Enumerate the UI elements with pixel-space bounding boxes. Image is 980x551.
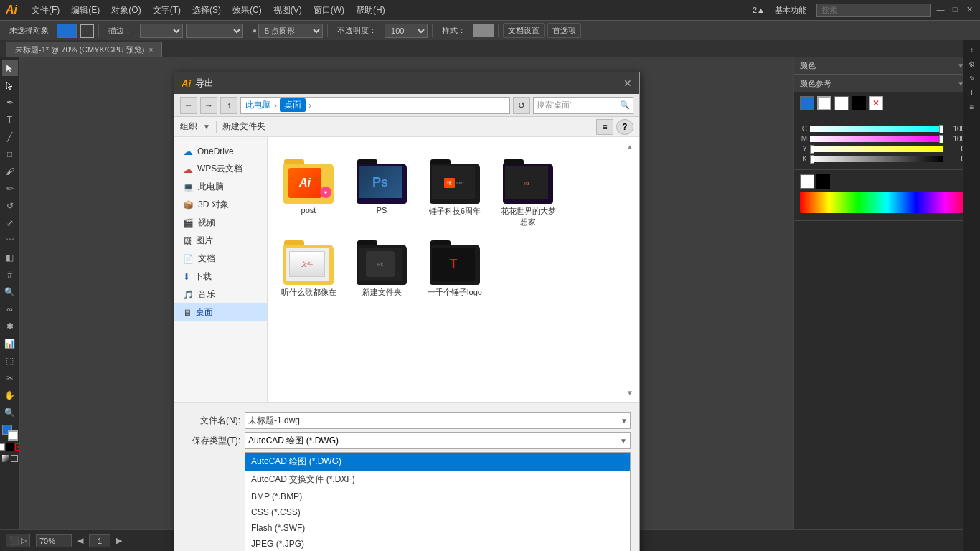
dialog-close-button[interactable]: ✕ xyxy=(623,77,632,89)
filetype-option-jpeg[interactable]: JPEG (*.JPG) xyxy=(245,536,630,551)
folder-yiqian[interactable]: T 一千个锤子logo xyxy=(423,236,487,301)
folder-new[interactable]: Ps 新建文件夹 xyxy=(349,236,414,301)
menu-view[interactable]: 视图(V) xyxy=(268,3,308,18)
search-bar[interactable]: 搜索'桌面' 🔍 xyxy=(533,97,633,114)
view-toggle-button[interactable]: ≡ xyxy=(596,119,613,135)
sidebar-item-pictures[interactable]: 🖼 图片 xyxy=(174,232,267,250)
sidebar-item-music[interactable]: 🎵 音乐 xyxy=(174,286,267,303)
filetype-option-bmp[interactable]: BMP (*.BMP) xyxy=(245,489,630,504)
menu-help[interactable]: 帮助(H) xyxy=(350,3,391,18)
bar-graph-tool[interactable]: 📊 xyxy=(2,336,18,352)
back-button[interactable]: ← xyxy=(180,97,197,114)
panel-tool-3[interactable]: ✎ xyxy=(966,72,979,85)
folder-chui[interactable]: 锤 6th 锤子科技6周年 xyxy=(423,155,487,230)
pattern-fill[interactable] xyxy=(11,455,18,462)
sidebar-item-wps[interactable]: ☁ WPS云文档 xyxy=(174,160,267,178)
filetype-option-autocad-dxf[interactable]: AutoCAD 交换文件 (*.DXF) xyxy=(245,471,630,489)
white-swatch[interactable] xyxy=(834,96,849,110)
k-slider[interactable] xyxy=(810,156,943,162)
mesh-tool[interactable]: # xyxy=(2,267,18,283)
fill-color-swatch[interactable] xyxy=(57,24,77,38)
menu-file[interactable]: 文件(F) xyxy=(26,3,65,18)
slice-tool[interactable]: ✂ xyxy=(2,370,18,386)
pencil-tool[interactable]: ✏ xyxy=(2,181,18,197)
warp-tool[interactable]: 〰 xyxy=(2,232,18,248)
preferences-button[interactable]: 首选项 xyxy=(547,23,581,38)
panel-tool-2[interactable]: ⚙ xyxy=(966,57,979,70)
m-slider[interactable] xyxy=(810,136,943,142)
path-bar[interactable]: 此电脑 › 桌面 › xyxy=(240,97,510,114)
black-fill[interactable] xyxy=(6,443,14,451)
artboard-tool[interactable]: ⬚ xyxy=(2,353,18,369)
canvas-area[interactable]: Ai 导出 ✕ ← → ↑ 此电脑 › 桌面 › ↺ xyxy=(20,57,793,529)
nav-prev-button[interactable]: ◀ xyxy=(77,536,83,545)
sidebar-item-video[interactable]: 🎬 视频 xyxy=(174,214,267,232)
hand-tool[interactable]: ✋ xyxy=(2,387,18,403)
panel-stroke-swatch[interactable] xyxy=(817,96,831,110)
fill-stroke-indicator[interactable] xyxy=(2,425,18,441)
white-fill[interactable] xyxy=(0,443,5,451)
forward-button[interactable]: → xyxy=(200,97,217,114)
page-input[interactable] xyxy=(89,534,110,547)
folder-huahua[interactable]: Id 花花世界的大梦想家 xyxy=(496,155,560,230)
stroke-width-dropdown[interactable]: — — — xyxy=(186,24,243,38)
sidebar-item-onedrive[interactable]: ☁ OneDrive xyxy=(174,143,267,160)
sidebar-item-this-pc[interactable]: 💻 此电脑 xyxy=(174,178,267,196)
maximize-button[interactable]: □ xyxy=(950,5,960,15)
filetype-selector[interactable]: AutoCAD 绘图 (*.DWG) ▼ xyxy=(245,432,631,449)
panel-tool-5[interactable]: ≡ xyxy=(966,100,979,113)
panel-tool-1[interactable]: ↕ xyxy=(966,43,979,56)
menu-effect[interactable]: 效果(C) xyxy=(227,3,268,18)
sidebar-item-3d[interactable]: 📦 3D 对象 xyxy=(174,196,267,214)
black-swatch[interactable] xyxy=(852,96,866,110)
line-tool[interactable]: ╱ xyxy=(2,129,18,145)
menu-edit[interactable]: 编辑(E) xyxy=(65,3,105,18)
up-button[interactable]: ↑ xyxy=(220,97,237,114)
stroke-dropdown[interactable] xyxy=(140,24,183,38)
search-input[interactable] xyxy=(816,4,931,17)
close-button[interactable]: ✕ xyxy=(964,5,974,15)
nav-next-button[interactable]: ▶ xyxy=(116,536,122,545)
menu-object[interactable]: 对象(O) xyxy=(105,3,146,18)
filetype-dropdown-list[interactable]: AutoCAD 绘图 (*.DWG) AutoCAD 交换文件 (*.DXF) … xyxy=(245,452,631,551)
spectrum-black[interactable] xyxy=(816,174,830,189)
refresh-button[interactable]: ↺ xyxy=(513,97,530,114)
zoom-tool[interactable]: 🔍 xyxy=(2,405,18,420)
style-swatch[interactable] xyxy=(473,24,494,37)
symbol-tool[interactable]: ✱ xyxy=(2,319,18,334)
menu-select[interactable]: 选择(S) xyxy=(187,3,227,18)
zoom-input[interactable] xyxy=(36,534,72,547)
spectrum-white[interactable] xyxy=(800,174,814,189)
brush-tool[interactable]: 🖌 xyxy=(2,164,18,179)
filetype-option-flash[interactable]: Flash (*.SWF) xyxy=(245,520,630,536)
filetype-option-css[interactable]: CSS (*.CSS) xyxy=(245,504,630,520)
tab-close-button[interactable]: × xyxy=(149,46,153,54)
menu-window[interactable]: 窗口(W) xyxy=(308,3,350,18)
sidebar-item-downloads[interactable]: ⬇ 下载 xyxy=(174,268,267,286)
panel-fill-swatch[interactable] xyxy=(800,96,814,110)
shape-tool[interactable]: □ xyxy=(2,146,18,162)
c-slider[interactable] xyxy=(810,126,943,132)
scale-tool[interactable]: ⤢ xyxy=(2,215,18,231)
scroll-down-button[interactable]: ▼ xyxy=(626,389,633,397)
help-button[interactable]: ? xyxy=(616,119,633,135)
filetype-option-autocad-dwg[interactable]: AutoCAD 绘图 (*.DWG) xyxy=(245,453,630,471)
folder-post[interactable]: Ai ♥ post xyxy=(276,155,341,230)
gradient-fill[interactable] xyxy=(2,455,9,462)
blend-tool[interactable]: ∞ xyxy=(2,301,18,317)
eyedropper-tool[interactable]: 🔍 xyxy=(2,284,18,300)
sidebar-item-desktop[interactable]: 🖥 桌面 xyxy=(174,303,267,321)
pen-tool[interactable]: ✒ xyxy=(2,95,18,110)
stroke-color-swatch[interactable] xyxy=(80,24,94,38)
select-tool[interactable] xyxy=(2,60,18,76)
minimize-button[interactable]: — xyxy=(936,5,946,15)
doc-settings-button[interactable]: 文档设置 xyxy=(503,23,545,38)
direct-select-tool[interactable] xyxy=(2,77,18,93)
none-swatch[interactable]: ✕ xyxy=(869,96,883,110)
sidebar-item-documents[interactable]: 📄 文档 xyxy=(174,250,267,268)
menu-text[interactable]: 文字(T) xyxy=(147,3,187,18)
organize-button[interactable]: 组织 xyxy=(180,121,197,133)
new-folder-button[interactable]: 新建文件夹 xyxy=(222,121,265,133)
folder-ps[interactable]: Ps PS xyxy=(349,155,414,230)
panel-tool-4[interactable]: T xyxy=(966,86,979,99)
